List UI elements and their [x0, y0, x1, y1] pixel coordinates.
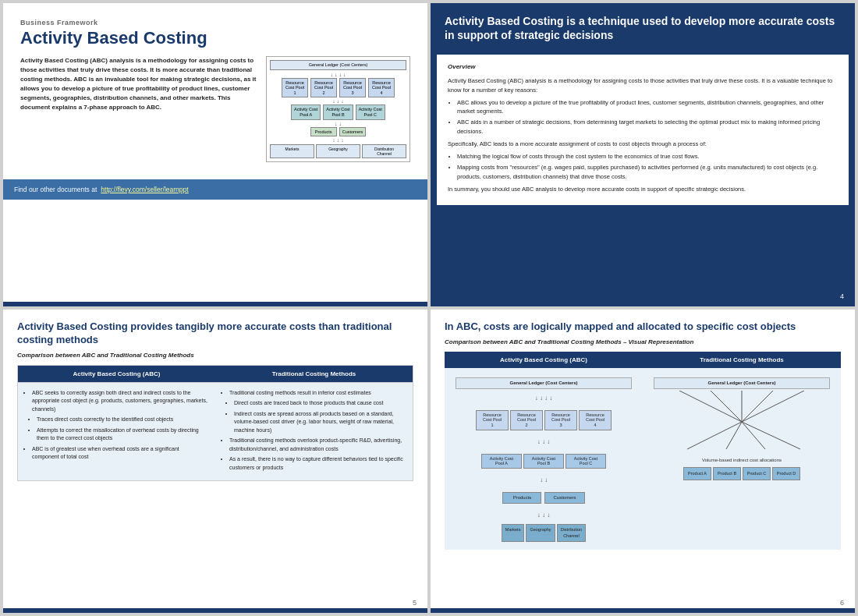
slide3-abc-bullet2: Traces direct costs correctly to the ide… — [37, 416, 207, 424]
abc-markets: Markets — [502, 524, 525, 542]
slide3-col2-body: Traditional costing methods result in in… — [215, 382, 413, 481]
slide3-abc-bullet1: ABC seeks to correctly assign both direc… — [32, 389, 207, 414]
pool-1: ResourceCost Pool1 — [282, 78, 308, 98]
slide1-footer: Find our other documents at http://flevy… — [3, 179, 427, 200]
slide4-abc-col: General Ledger (Cost Centers) ↓ ↓ ↓ ↓ Re… — [445, 368, 643, 550]
slide2-bullet2-2: Mapping costs from "resources" (e.g. wag… — [457, 163, 838, 181]
svg-line-3 — [742, 391, 773, 422]
slide2-title: Activity Based Costing is a technique us… — [445, 14, 841, 42]
slide3-trad-bullet3: Indirect costs are spread across all pro… — [234, 410, 405, 435]
pool-3: ResourceCost Pool3 — [339, 78, 366, 98]
pool-2: ResourceCost Pool2 — [310, 78, 337, 98]
slide2-bullet1-2: ABC aids in a number of strategic decisi… — [457, 118, 838, 136]
slide1-diagram: General Ledger (Cost Centers) ↓ ↓ ↓ ↓ Re… — [266, 56, 410, 162]
abc-bottom-row: Markets Geography DistributionChannel — [451, 524, 636, 542]
abc-arrow2: ↓ ↓ ↓ — [451, 434, 636, 450]
slide-4: In ABC, costs are logically mapped and a… — [431, 310, 855, 613]
slide2-text1: Activity Based Costing (ABC) analysis is… — [448, 76, 838, 94]
svg-line-7 — [742, 422, 765, 449]
diag-prod-cust-row: Products Customers — [270, 127, 406, 137]
slide2-bullet2-1: Matching the logical flow of costs throu… — [457, 152, 838, 161]
footer-text: Find our other documents at — [14, 186, 97, 193]
slide3-subtitle: Comparison between ABC and Traditional C… — [17, 352, 413, 359]
trad-product-d: Product D — [772, 467, 800, 480]
svg-line-1 — [711, 391, 742, 422]
trad-product-c: Product C — [743, 467, 771, 480]
trad-convergence-svg — [649, 391, 835, 453]
diag-arrow-3: ↓ ↓ — [270, 121, 406, 126]
abc-act-c: Activity CostPool C — [566, 454, 606, 469]
slide3-trad-bullet1: Traditional costing methods result in in… — [229, 389, 405, 398]
slide4-subtitle: Comparison between ABC and Traditional C… — [445, 338, 841, 345]
slide4-trad-col: General Ledger (Cost Centers) — [643, 368, 841, 550]
abc-dist-channel: DistributionChannel — [557, 524, 587, 542]
slide4-col1-header: Activity Based Costing (ABC) — [445, 352, 643, 368]
slide2-page-number: 4 — [840, 292, 844, 300]
abc-act-a: Activity CostPool A — [481, 454, 522, 469]
slide1-main-title: Activity Based Costing — [20, 28, 410, 48]
abc-customers: Customers — [544, 492, 584, 504]
diag-dist-channel: DistributionChannel — [362, 144, 406, 158]
slide3-col2-header: Traditional Costing Methods — [215, 366, 413, 382]
trad-product-a: Product A — [683, 467, 711, 480]
slide4-page-number: 6 — [840, 599, 844, 607]
svg-line-0 — [679, 391, 742, 422]
diag-markets: Markets — [270, 144, 314, 158]
slide3-col1-header: Activity Based Costing (ABC) — [18, 366, 215, 382]
trad-products-row: Product A Product B Product C Product D — [649, 467, 835, 480]
abc-pools-row: ResourceCost Pool1 ResourceCost Pool2 Re… — [451, 407, 636, 434]
slide-3: Activity Based Costing provides tangibly… — [3, 310, 427, 613]
act-pool-b: Activity CostPool B — [323, 104, 353, 119]
abc-products: Products — [502, 492, 541, 504]
abc-diagram: General Ledger (Cost Centers) ↓ ↓ ↓ ↓ Re… — [449, 374, 638, 545]
slide2-overview-label: Overview — [448, 62, 838, 72]
footer-link[interactable]: http://flevy.com/seller/learnppt — [101, 186, 188, 193]
abc-pool3: ResourceCost Pool3 — [544, 410, 577, 430]
slide2-bullets2: Matching the logical flow of costs throu… — [457, 152, 838, 181]
abc-pool2: ResourceCost Pool2 — [510, 410, 543, 430]
diag-arrow-1: ↓ ↓ ↓ ↓ — [270, 72, 406, 77]
slide3-trad-bullet2: Direct costs are traced back to those pr… — [234, 399, 405, 408]
slide2-text3: In summary, you should use ABC analysis … — [448, 185, 838, 193]
slide2-bullet1-1: ABC allows you to develop a picture of t… — [457, 98, 838, 116]
slide3-content: Activity Based Costing provides tangibly… — [3, 310, 427, 487]
slide3-abc-bullet3: Attempts to correct the misallocation of… — [37, 427, 207, 443]
slide1-body-text: Activity Based Costing (ABC) analysis is… — [20, 56, 258, 162]
abc-arrow1: ↓ ↓ ↓ ↓ — [451, 391, 636, 406]
abc-geography: Geography — [526, 524, 555, 542]
main-grid: Business Framework Activity Based Costin… — [0, 0, 858, 616]
diag-customers: Customers — [339, 127, 367, 137]
abc-pool1: ResourceCost Pool1 — [476, 410, 509, 430]
abc-arrow4: ↓ ↓ ↓ — [451, 508, 636, 523]
diag-geography: Geography — [316, 144, 360, 158]
slide1-bottom-bar — [3, 302, 427, 306]
diag-arrow-2: ↓ ↓ ↓ — [270, 98, 406, 104]
biz-framework-label: Business Framework — [20, 19, 410, 27]
slide3-comparison-table: Activity Based Costing (ABC) Traditional… — [17, 365, 413, 482]
slide3-trad-bullet4: Traditional costing methods overlook pro… — [229, 437, 405, 453]
diag-arrow-4: ↓ ↓ ↓ — [270, 137, 406, 143]
slide3-abc-bullet4: ABC is of greatest use when overhead cos… — [32, 445, 207, 462]
slide4-title: In ABC, costs are logically mapped and a… — [445, 320, 841, 334]
act-pool-a: Activity CostPool A — [291, 104, 321, 119]
diag-top-label: General Ledger (Cost Centers) — [270, 60, 406, 70]
trad-top-label: General Ledger (Cost Centers) — [654, 377, 830, 389]
slide2-bullets1: ABC allows you to develop a picture of t… — [457, 98, 838, 136]
slide-1: Business Framework Activity Based Costin… — [3, 3, 427, 306]
slide-2: Activity Based Costing is a technique us… — [431, 3, 855, 306]
trad-product-b: Product B — [713, 467, 741, 480]
act-pool-c: Activity CostPool C — [356, 104, 385, 119]
trad-diagram: General Ledger (Cost Centers) — [647, 374, 836, 483]
abc-pool4: ResourceCost Pool4 — [579, 410, 612, 430]
slide3-trad-bullet5: As a result, there is no way to capture … — [229, 455, 405, 472]
abc-act-b: Activity CostPool B — [523, 454, 564, 469]
abc-prod-cust-row: Products Customers — [451, 489, 636, 507]
slide3-title: Activity Based Costing provides tangibly… — [17, 320, 413, 347]
diag-products: Products — [310, 127, 337, 137]
pool-4: ResourceCost Pool4 — [368, 78, 395, 98]
slide4-content: In ABC, costs are logically mapped and a… — [431, 310, 855, 556]
slide3-page-number: 5 — [413, 599, 417, 607]
slide2-text2: Specifically, ABC leads to a more accura… — [448, 140, 838, 148]
slide4-comparison-table: Activity Based Costing (ABC) Traditional… — [445, 352, 841, 550]
diag-activity-row: Activity CostPool A Activity CostPool B … — [270, 104, 406, 119]
